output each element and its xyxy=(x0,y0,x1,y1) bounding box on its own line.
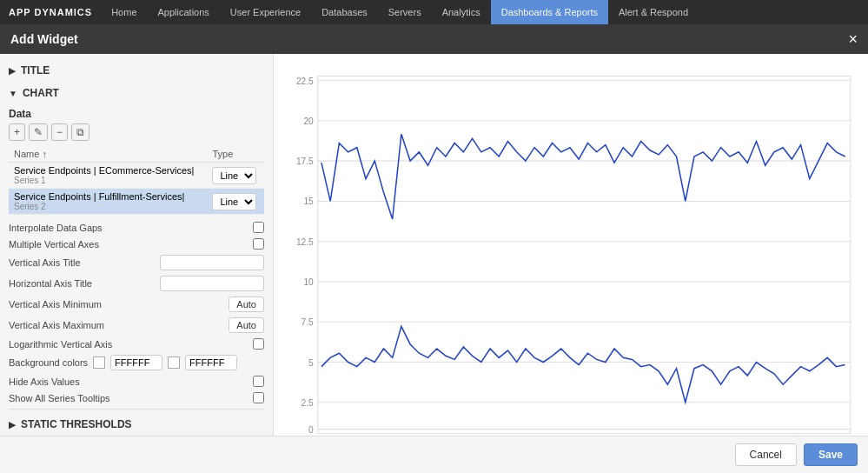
horizontal-axis-title-input[interactable] xyxy=(160,276,264,291)
col-name: Name ↑ xyxy=(9,146,207,163)
nav-item-databases[interactable]: Databases xyxy=(311,0,378,24)
svg-text:22.5: 22.5 xyxy=(296,77,314,86)
add-series-button[interactable]: + xyxy=(9,123,25,141)
nav-item-alert[interactable]: Alert & Respond xyxy=(608,0,699,24)
chart-section-label: CHART xyxy=(23,87,59,99)
svg-text:0: 0 xyxy=(308,425,314,435)
svg-text:17.5: 17.5 xyxy=(296,157,314,166)
svg-text:10: 10 xyxy=(303,277,314,287)
modal-title: Add Widget xyxy=(10,32,78,46)
chart-svg: 22.5 20 17.5 15 12.5 10 7.5 5 2.5 0 9:55… xyxy=(282,63,859,436)
save-button[interactable]: Save xyxy=(804,443,858,466)
chart-chevron-icon xyxy=(9,87,23,99)
show-tooltips-row: Show All Series Tooltips xyxy=(9,392,264,403)
color-swatch-2[interactable] xyxy=(168,356,180,369)
horizontal-axis-title-label: Horizontal Axis Title xyxy=(9,278,160,289)
cancel-button[interactable]: Cancel xyxy=(735,443,797,466)
data-label: Data xyxy=(9,108,264,120)
copy-series-button[interactable]: ⧉ xyxy=(71,123,89,141)
vertical-axis-title-row: Vertical Axis Title xyxy=(9,255,264,270)
svg-text:12.5: 12.5 xyxy=(296,237,314,247)
col-type: Type xyxy=(207,146,264,163)
chart-section-header[interactable]: CHART xyxy=(9,83,264,103)
title-chevron-icon xyxy=(9,64,21,77)
background-colors-row: Background colors xyxy=(9,355,264,370)
hide-axis-label: Hide Axis Values xyxy=(9,376,249,387)
edit-series-button[interactable]: ✎ xyxy=(29,123,48,141)
data-table: Name ↑ Type Service Endpoints | ECommerc… xyxy=(9,146,264,215)
svg-text:20: 20 xyxy=(303,117,314,126)
series-type-select[interactable]: Line xyxy=(212,167,256,184)
static-thresholds-chevron-icon xyxy=(9,418,21,430)
vertical-axis-min-btn[interactable]: Auto xyxy=(229,296,264,312)
table-row[interactable]: Service Endpoints | Fulfillment-Services… xyxy=(9,189,264,215)
interpolate-label: Interpolate Data Gaps xyxy=(9,223,249,233)
logarithmic-row: Logarithmic Vertical Axis xyxy=(9,338,264,350)
modal-footer: Cancel Save xyxy=(0,436,868,473)
right-panel: 22.5 20 17.5 15 12.5 10 7.5 5 2.5 0 9:55… xyxy=(274,54,868,436)
svg-text:5: 5 xyxy=(308,358,314,368)
nav-bar: APP DYNAMICS Home Applications User Expe… xyxy=(0,0,868,24)
options-section: Interpolate Data Gaps Multiple Vertical … xyxy=(9,222,264,403)
vertical-axis-max-btn[interactable]: Auto xyxy=(229,317,264,333)
series-type-cell: Line xyxy=(207,163,264,189)
series-label: Series 2 xyxy=(14,202,202,211)
static-thresholds-label: STATIC THRESHOLDS xyxy=(21,418,132,430)
title-section-label: TITLE xyxy=(21,64,50,77)
hide-axis-row: Hide Axis Values xyxy=(9,376,264,387)
multiple-vertical-checkbox[interactable] xyxy=(253,238,264,250)
modal-body: TITLE CHART Data + ✎ − ⧉ Name ↑ Ty xyxy=(0,54,868,436)
svg-text:7.5: 7.5 xyxy=(301,317,314,327)
series-type-select[interactable]: Line xyxy=(212,193,256,210)
static-thresholds-header[interactable]: STATIC THRESHOLDS xyxy=(9,415,264,434)
nav-item-applications[interactable]: Applications xyxy=(148,0,220,24)
interpolate-checkbox[interactable] xyxy=(253,222,264,233)
color-input-2[interactable] xyxy=(185,355,237,370)
interpolate-row: Interpolate Data Gaps xyxy=(9,222,264,233)
svg-rect-32 xyxy=(318,76,851,433)
vertical-axis-max-label: Vertical Axis Maximum xyxy=(9,320,229,330)
multiple-vertical-row: Multiple Vertical Axes xyxy=(9,238,264,250)
table-row[interactable]: Service Endpoints | ECommerce-Services|S… xyxy=(9,163,264,189)
background-colors-label: Background colors xyxy=(9,357,88,368)
svg-text:2.5: 2.5 xyxy=(301,398,314,408)
left-panel: TITLE CHART Data + ✎ − ⧉ Name ↑ Ty xyxy=(0,54,274,436)
vertical-axis-max-row: Vertical Axis Maximum Auto xyxy=(9,317,264,333)
title-section-header[interactable]: TITLE xyxy=(9,61,264,80)
color-swatch-1[interactable] xyxy=(93,356,105,369)
hide-axis-checkbox[interactable] xyxy=(253,376,264,387)
vertical-axis-title-label: Vertical Axis Title xyxy=(9,257,160,268)
static-thresholds-section: STATIC THRESHOLDS xyxy=(9,409,264,436)
horizontal-axis-title-row: Horizontal Axis Title xyxy=(9,276,264,291)
close-button[interactable]: × xyxy=(848,31,858,47)
series-name: Service Endpoints | ECommerce-Services| xyxy=(14,165,202,176)
modal-header: Add Widget × xyxy=(0,24,868,54)
chart-area: 22.5 20 17.5 15 12.5 10 7.5 5 2.5 0 9:55… xyxy=(282,63,859,436)
series-name-cell: Service Endpoints | Fulfillment-Services… xyxy=(9,189,207,215)
remove-series-button[interactable]: − xyxy=(51,123,68,141)
vertical-axis-min-label: Vertical Axis Minimum xyxy=(9,299,229,310)
show-tooltips-label: Show All Series Tooltips xyxy=(9,393,249,403)
nav-item-analytics[interactable]: Analytics xyxy=(432,0,491,24)
nav-item-home[interactable]: Home xyxy=(101,0,147,24)
show-tooltips-checkbox[interactable] xyxy=(253,392,264,403)
modal: APP DYNAMICS Home Applications User Expe… xyxy=(0,0,868,473)
color-input-1[interactable] xyxy=(110,355,162,370)
vertical-axis-min-row: Vertical Axis Minimum Auto xyxy=(9,296,264,312)
logarithmic-label: Logarithmic Vertical Axis xyxy=(9,339,249,350)
series-label: Series 1 xyxy=(14,176,202,185)
nav-item-user-experience[interactable]: User Experience xyxy=(220,0,311,24)
svg-text:15: 15 xyxy=(303,197,314,206)
series-name-cell: Service Endpoints | ECommerce-Services|S… xyxy=(9,163,207,189)
data-toolbar: + ✎ − ⧉ xyxy=(9,123,264,141)
logarithmic-checkbox[interactable] xyxy=(253,338,264,350)
nav-item-servers[interactable]: Servers xyxy=(378,0,432,24)
vertical-axis-title-input[interactable] xyxy=(160,255,264,270)
series-name: Service Endpoints | Fulfillment-Services… xyxy=(14,191,202,202)
series-type-cell: Line xyxy=(207,189,264,215)
nav-item-dashboards[interactable]: Dashboards & Reports xyxy=(491,0,608,24)
logo: APP DYNAMICS xyxy=(0,7,101,17)
multiple-vertical-label: Multiple Vertical Axes xyxy=(9,239,249,250)
